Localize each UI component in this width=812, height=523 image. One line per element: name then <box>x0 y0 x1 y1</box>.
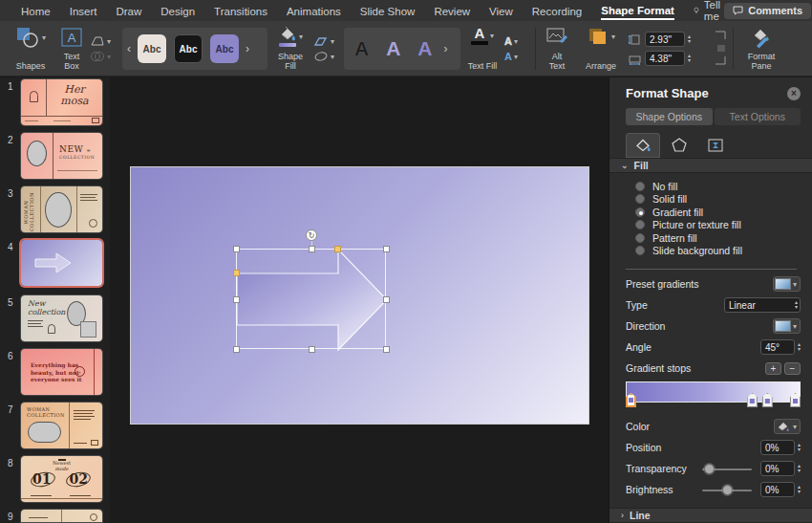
resize-handle-se[interactable] <box>383 346 390 353</box>
menu-item-draw[interactable]: Draw <box>116 3 141 19</box>
fill-option-pattern-fill[interactable]: Pattern fill <box>635 231 812 245</box>
wordart-preset-2[interactable]: A <box>386 37 400 60</box>
slide-5-item[interactable]: 5 New collection <box>0 295 110 347</box>
comments-button[interactable]: Comments <box>724 3 811 19</box>
lock-aspect-group[interactable] <box>710 24 731 74</box>
tab-fill-line[interactable] <box>626 133 660 158</box>
color-dropdown[interactable]: ▾ <box>774 419 801 434</box>
radio-icon[interactable] <box>635 182 645 191</box>
slide-6-item[interactable]: 6 Everything has beauty, but not everyon… <box>0 349 110 401</box>
slide-7-thumbnail[interactable]: WOMAN COLLECTION <box>21 403 102 448</box>
resize-handle-w[interactable] <box>233 296 240 303</box>
line-section-header[interactable]: › Line <box>609 508 812 523</box>
slide-9-item[interactable]: 9 <box>0 510 110 523</box>
slide-4-item[interactable]: 4 <box>0 240 110 292</box>
arrow-shape[interactable] <box>237 250 387 350</box>
width-value[interactable]: 4.38" <box>645 51 685 66</box>
slide-2-thumbnail[interactable]: NEW = COLLECTION <box>21 133 102 179</box>
slide-4-thumbnail[interactable] <box>21 240 102 286</box>
resize-handle-sw[interactable] <box>233 346 240 353</box>
brightness-stepper[interactable]: ▴▾ <box>798 485 801 494</box>
remove-gradient-stop-button[interactable]: − <box>784 362 801 375</box>
add-gradient-stop-button[interactable]: + <box>765 362 781 375</box>
tell-me[interactable]: Tell me <box>694 0 724 22</box>
brightness-value[interactable]: 0% <box>760 482 795 497</box>
wordart-preset-3[interactable]: A <box>417 37 432 60</box>
shape-style-preset-2[interactable]: Abc <box>174 34 203 63</box>
resize-handle-nw[interactable] <box>233 246 240 252</box>
format-pane-button[interactable]: Format Pane <box>736 24 787 74</box>
type-dropdown[interactable]: Linear ▴▾ <box>724 297 801 313</box>
slide-8-item[interactable]: 8 Newestmode 01 02 <box>0 456 110 508</box>
resize-handle-s[interactable] <box>309 346 315 353</box>
slide-8-thumbnail[interactable]: Newestmode 01 02 <box>21 456 102 502</box>
tab-size-properties[interactable] <box>698 133 733 158</box>
shape-height-field[interactable]: 2.93" ▴▾ <box>628 32 708 47</box>
fill-option-picture-or-texture-fill[interactable]: Picture or texture fill <box>635 219 812 232</box>
radio-icon[interactable] <box>635 233 645 243</box>
fill-option-solid-fill[interactable]: Solid fill <box>635 193 812 207</box>
edit-shape-button[interactable]: ▾ <box>90 35 118 47</box>
fill-option-no-fill[interactable]: No fill <box>635 180 812 193</box>
resize-handle-e[interactable] <box>383 296 390 303</box>
shape-effects-button[interactable]: ▾ <box>313 51 340 62</box>
tab-effects[interactable] <box>662 133 696 158</box>
radio-icon[interactable] <box>635 207 645 217</box>
text-box-button[interactable]: A Text Box <box>55 24 88 74</box>
shape-fill-button[interactable]: ▾ Shape Fill <box>269 24 311 74</box>
angle-value[interactable]: 45° <box>760 339 795 355</box>
gradient-stops-bar[interactable] <box>626 381 801 403</box>
slide-7-item[interactable]: 7 WOMAN COLLECTION <box>0 403 110 454</box>
direction-dropdown[interactable]: ▾ <box>773 318 801 334</box>
arrange-button[interactable]: ▾ Arrange <box>576 24 626 74</box>
menu-item-transitions[interactable]: Transitions <box>214 3 267 19</box>
shapes-button[interactable]: ▾ Shapes <box>6 24 55 74</box>
menu-item-shape-format[interactable]: Shape Format <box>601 2 674 20</box>
menu-item-slide-show[interactable]: Slide Show <box>360 3 416 19</box>
alt-text-button[interactable]: Alt Text <box>538 24 576 74</box>
fill-section-header[interactable]: ⌄ Fill <box>609 158 812 173</box>
radio-icon[interactable] <box>635 246 645 255</box>
brightness-slider-thumb[interactable] <box>722 485 733 495</box>
adjust-handle-body[interactable] <box>233 270 240 276</box>
transparency-slider-thumb[interactable] <box>704 464 715 474</box>
height-value[interactable]: 2.93" <box>645 32 685 47</box>
text-outline-button[interactable]: A ▾ <box>504 35 531 47</box>
radio-icon[interactable] <box>635 220 645 229</box>
text-fill-button[interactable]: A ▾ Text Fill <box>462 24 502 74</box>
transparency-stepper[interactable]: ▴▾ <box>798 464 801 473</box>
gradient-stop-3[interactable] <box>762 393 773 407</box>
slide-3-thumbnail[interactable]: WOMAN COLLECTION <box>21 186 102 232</box>
menu-item-home[interactable]: Home <box>21 3 51 19</box>
rotation-handle[interactable]: ↻ <box>306 229 317 241</box>
slide-6-thumbnail[interactable]: Everything has beauty, but not everyone … <box>21 349 102 395</box>
position-value[interactable]: 0% <box>760 440 795 455</box>
transparency-slider[interactable] <box>702 464 752 474</box>
adjust-handle-arrowhead[interactable] <box>334 246 341 252</box>
shape-selection-box[interactable]: ↻ <box>236 249 386 349</box>
angle-stepper[interactable]: ▴▾ <box>798 342 801 352</box>
menu-item-animations[interactable]: Animations <box>287 3 341 19</box>
gallery-prev-icon[interactable]: ‹ <box>124 42 134 55</box>
slide-2-item[interactable]: 2 NEW = COLLECTION <box>0 133 110 185</box>
gradient-stop-4[interactable] <box>790 393 801 407</box>
transparency-value[interactable]: 0% <box>760 461 795 476</box>
resize-handle-ne[interactable] <box>383 246 390 252</box>
slide-3-item[interactable]: 3 WOMAN COLLECTION <box>0 186 110 238</box>
shape-style-preset-1[interactable]: Abc <box>138 34 166 63</box>
menu-item-design[interactable]: Design <box>160 3 195 19</box>
shape-style-preset-3[interactable]: Abc <box>210 34 239 63</box>
position-stepper[interactable]: ▴▾ <box>798 443 801 452</box>
gradient-stop-2[interactable] <box>747 393 758 407</box>
gallery-next-icon[interactable]: › <box>441 42 451 55</box>
shape-outline-button[interactable]: ▾ <box>313 35 340 47</box>
fill-option-slide-background-fill[interactable]: Slide background fill <box>635 245 812 258</box>
width-stepper[interactable]: ▴▾ <box>688 54 691 63</box>
brightness-slider[interactable] <box>702 485 752 495</box>
resize-handle-n[interactable] <box>309 246 315 252</box>
gallery-next-icon[interactable]: › <box>243 42 252 55</box>
tab-shape-options[interactable]: Shape Options <box>626 108 713 125</box>
menu-item-insert[interactable]: Insert <box>70 3 97 19</box>
text-effects-button[interactable]: A ▾ <box>504 51 531 62</box>
merge-shapes-button[interactable]: ▾ <box>90 51 118 62</box>
